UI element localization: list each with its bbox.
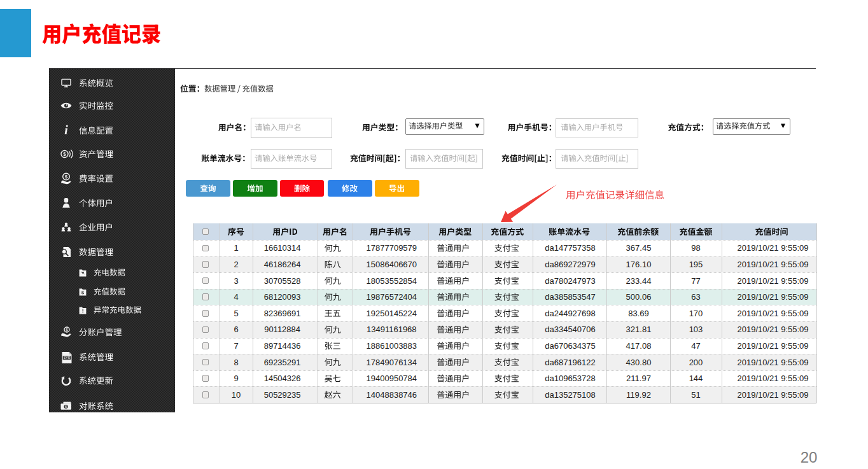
svg-text:6: 6 bbox=[234, 325, 238, 334]
svg-text:2019/10/21 9:55:09: 2019/10/21 9:55:09 bbox=[737, 260, 808, 269]
svg-text:46186264: 46186264 bbox=[264, 260, 301, 269]
svg-text:da687196122: da687196122 bbox=[545, 358, 596, 367]
svg-text:18861003883: 18861003883 bbox=[367, 341, 417, 351]
svg-text:2019/10/21 9:55:09: 2019/10/21 9:55:09 bbox=[737, 374, 808, 383]
svg-text:69235291: 69235291 bbox=[264, 358, 301, 367]
svg-text:14504326: 14504326 bbox=[264, 374, 301, 383]
svg-text:3: 3 bbox=[234, 276, 238, 286]
svg-text:90112884: 90112884 bbox=[264, 325, 300, 334]
svg-text:51: 51 bbox=[691, 390, 700, 400]
svg-text:176.10: 176.10 bbox=[626, 260, 652, 269]
svg-text:17849076134: 17849076134 bbox=[367, 358, 417, 367]
svg-text:13491161968: 13491161968 bbox=[367, 325, 417, 334]
svg-text:18053552854: 18053552854 bbox=[367, 276, 417, 286]
svg-text:19250145224: 19250145224 bbox=[367, 309, 417, 318]
svg-text:da135275108: da135275108 bbox=[545, 390, 596, 400]
svg-text:4: 4 bbox=[234, 292, 238, 302]
svg-text:da334540706: da334540706 bbox=[545, 325, 596, 334]
svg-text:8: 8 bbox=[234, 358, 238, 367]
svg-text:1: 1 bbox=[234, 243, 238, 253]
svg-text:da147757358: da147757358 bbox=[545, 243, 596, 253]
svg-text:20: 20 bbox=[801, 449, 818, 466]
svg-text:170: 170 bbox=[689, 309, 703, 318]
svg-text:30705528: 30705528 bbox=[264, 276, 301, 286]
svg-text:500.06: 500.06 bbox=[626, 292, 652, 302]
svg-text:da869272979: da869272979 bbox=[545, 260, 596, 269]
svg-text:10: 10 bbox=[232, 390, 241, 400]
svg-text:2: 2 bbox=[234, 260, 238, 269]
svg-text:2019/10/21 9:55:09: 2019/10/21 9:55:09 bbox=[737, 243, 808, 253]
svg-text:103: 103 bbox=[689, 325, 703, 334]
svg-text:da780247973: da780247973 bbox=[545, 276, 596, 286]
svg-text:321.81: 321.81 bbox=[626, 325, 652, 334]
svg-text:83.69: 83.69 bbox=[628, 309, 649, 318]
svg-text:14048838746: 14048838746 bbox=[367, 390, 417, 400]
svg-text:195: 195 bbox=[689, 260, 703, 269]
svg-text:9: 9 bbox=[234, 374, 238, 383]
svg-text:417.08: 417.08 bbox=[626, 341, 652, 351]
svg-text:5: 5 bbox=[234, 309, 238, 318]
svg-text:2019/10/21 9:55:09: 2019/10/21 9:55:09 bbox=[737, 390, 808, 400]
svg-text:89714436: 89714436 bbox=[264, 341, 301, 351]
svg-text:2019/10/21 9:55:09: 2019/10/21 9:55:09 bbox=[737, 276, 808, 286]
svg-text:200: 200 bbox=[689, 358, 703, 367]
svg-text:367.45: 367.45 bbox=[626, 243, 652, 253]
svg-text:98: 98 bbox=[691, 243, 700, 253]
svg-text:430.80: 430.80 bbox=[626, 358, 652, 367]
svg-text:19400950784: 19400950784 bbox=[367, 374, 417, 383]
svg-text:2019/10/21 9:55:09: 2019/10/21 9:55:09 bbox=[737, 292, 808, 302]
svg-text:63: 63 bbox=[691, 292, 700, 302]
svg-text:2019/10/21 9:55:09: 2019/10/21 9:55:09 bbox=[737, 325, 808, 334]
svg-text:17877709579: 17877709579 bbox=[367, 243, 417, 253]
svg-text:144: 144 bbox=[689, 374, 703, 383]
svg-text:211.97: 211.97 bbox=[626, 374, 651, 383]
svg-text:16610314: 16610314 bbox=[264, 243, 301, 253]
svg-text:47: 47 bbox=[691, 341, 700, 351]
svg-text:da244927698: da244927698 bbox=[545, 309, 596, 318]
svg-text:2019/10/21 9:55:09: 2019/10/21 9:55:09 bbox=[737, 341, 808, 351]
svg-text:82369691: 82369691 bbox=[264, 309, 301, 318]
svg-text:2019/10/21 9:55:09: 2019/10/21 9:55:09 bbox=[737, 309, 808, 318]
svg-text:119.92: 119.92 bbox=[626, 390, 651, 400]
svg-text:7: 7 bbox=[234, 341, 238, 351]
svg-text:da385853547: da385853547 bbox=[545, 292, 596, 302]
svg-text:77: 77 bbox=[691, 276, 700, 286]
svg-text:2019/10/21 9:55:09: 2019/10/21 9:55:09 bbox=[737, 358, 808, 367]
svg-text:50529235: 50529235 bbox=[264, 390, 301, 400]
svg-text:19876572404: 19876572404 bbox=[367, 292, 417, 302]
svg-text:da670634375: da670634375 bbox=[545, 341, 596, 351]
svg-text:68120093: 68120093 bbox=[264, 292, 301, 302]
svg-text:233.44: 233.44 bbox=[626, 276, 652, 286]
svg-text:15086406670: 15086406670 bbox=[367, 260, 417, 269]
svg-text:da109653728: da109653728 bbox=[545, 374, 596, 383]
